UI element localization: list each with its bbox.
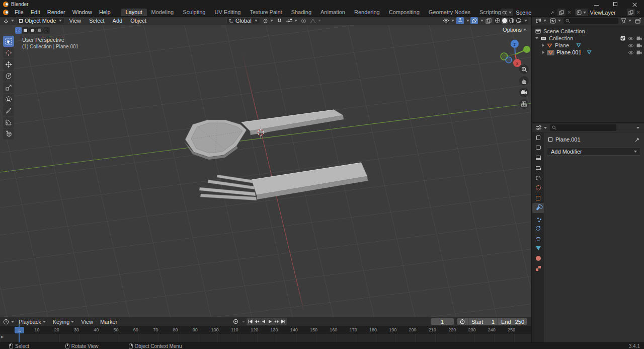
play-button[interactable] — [267, 318, 273, 325]
properties-tab-scene[interactable] — [532, 173, 544, 183]
tab-modeling[interactable]: Modeling — [147, 9, 179, 16]
outliner-editor-type-button[interactable] — [534, 17, 547, 24]
checkbox-icon[interactable] — [620, 36, 625, 41]
perspective-toggle-button[interactable] — [519, 99, 529, 109]
menu-window[interactable]: Window — [69, 9, 96, 15]
jump-to-start-button[interactable] — [247, 318, 254, 325]
outliner-search-input[interactable] — [564, 18, 618, 24]
jump-to-end-button[interactable] — [280, 318, 286, 325]
tool-scale[interactable] — [3, 82, 14, 93]
app-menu-button[interactable] — [3, 10, 9, 15]
scene-new-button[interactable] — [557, 9, 566, 16]
timeline-editor-type-button[interactable] — [2, 318, 15, 325]
new-collection-button[interactable] — [634, 17, 642, 24]
viewlayer-name-field[interactable]: ViewLayer — [588, 9, 627, 16]
shading-rendered-button[interactable] — [516, 18, 522, 24]
disable-in-renders-icon[interactable] — [636, 43, 642, 48]
menu-render[interactable]: Render — [44, 9, 69, 15]
pin-icon[interactable] — [550, 10, 555, 15]
outliner-filter-button[interactable] — [620, 17, 632, 24]
hide-in-viewport-icon[interactable] — [628, 36, 634, 41]
tool-cursor[interactable] — [3, 47, 14, 58]
tab-compositing[interactable]: Compositing — [384, 9, 424, 16]
select-subtract-button[interactable] — [29, 27, 36, 34]
prev-keyframe-button[interactable] — [254, 318, 260, 325]
select-set-button[interactable] — [15, 27, 22, 34]
properties-tab-modifiers[interactable] — [532, 203, 544, 213]
viewport-menu-view[interactable]: View — [65, 18, 85, 24]
tool-measure[interactable] — [3, 117, 14, 128]
next-keyframe-button[interactable] — [273, 318, 280, 325]
tool-move[interactable] — [3, 59, 14, 70]
spoon-object[interactable] — [184, 110, 344, 160]
visibility-dropdown[interactable] — [442, 17, 455, 24]
disable-in-renders-icon[interactable] — [636, 36, 642, 41]
viewport-menu-add[interactable]: Add — [109, 18, 126, 24]
proportional-editing-button[interactable] — [300, 17, 307, 24]
tool-rotate[interactable] — [3, 71, 14, 82]
tab-sculpting[interactable]: Sculpting — [178, 9, 210, 16]
outliner-row-collection[interactable]: Collection — [532, 35, 644, 42]
end-frame-field[interactable]: End250 — [498, 318, 527, 325]
properties-tab-material[interactable] — [532, 253, 544, 263]
select-invert-button[interactable] — [36, 27, 43, 34]
gizmo-z-neg-axis[interactable] — [506, 57, 512, 63]
camera-view-button[interactable] — [519, 88, 529, 97]
menu-help[interactable]: Help — [96, 9, 114, 15]
disable-in-renders-icon[interactable] — [636, 50, 642, 55]
xray-toggle-button[interactable] — [485, 17, 493, 24]
properties-tab-render[interactable] — [532, 143, 544, 153]
transform-pivot-button[interactable] — [262, 17, 274, 24]
viewport-menu-select[interactable]: Select — [86, 18, 108, 24]
properties-tab-texture[interactable] — [532, 263, 544, 273]
tab-geometry-nodes[interactable]: Geometry Nodes — [424, 9, 475, 16]
properties-tab-tool[interactable] — [532, 132, 544, 143]
properties-tab-output[interactable] — [532, 153, 544, 163]
properties-tab-view-layer[interactable] — [532, 163, 544, 173]
scene-name-field[interactable]: Scene — [513, 9, 557, 16]
menu-file[interactable]: File — [11, 9, 27, 15]
add-modifier-dropdown[interactable]: Add Modifier — [547, 148, 641, 156]
fork-object[interactable] — [199, 163, 368, 200]
tool-add-cube[interactable] — [3, 128, 14, 139]
3d-viewport[interactable]: Object Mode View Select Add Object Globa… — [0, 17, 531, 317]
hide-in-viewport-icon[interactable] — [628, 43, 634, 48]
proportional-falloff-button[interactable] — [309, 17, 322, 24]
gizmo-y-axis[interactable] — [523, 46, 530, 53]
properties-tab-particles[interactable] — [532, 213, 544, 223]
tool-transform[interactable] — [3, 94, 14, 105]
editor-type-button[interactable] — [2, 17, 15, 24]
properties-tab-object-data[interactable] — [532, 243, 544, 253]
snap-toggle-button[interactable] — [276, 17, 283, 24]
auto-keying-button[interactable] — [232, 318, 239, 325]
timeline-track[interactable] — [0, 334, 531, 342]
properties-tab-world[interactable] — [532, 183, 544, 193]
properties-options-dropdown[interactable] — [636, 127, 639, 129]
tool-select-box[interactable] — [3, 36, 14, 47]
playhead[interactable] — [19, 324, 20, 342]
pin-icon[interactable] — [634, 137, 640, 143]
shading-material-button[interactable] — [509, 18, 515, 24]
scene-browse-button[interactable] — [501, 9, 513, 16]
timeline-ruler[interactable]: 1 10203040506070809010011012013014015016… — [0, 326, 531, 334]
select-extend-button[interactable] — [22, 27, 29, 34]
properties-editor-type-button[interactable] — [535, 124, 548, 131]
outliner-row-scene-collection[interactable]: Scene Collection — [532, 28, 644, 35]
close-button[interactable] — [625, 0, 644, 8]
outliner-row-plane-001[interactable]: Plane.001 — [532, 49, 644, 56]
overlays-toggle-button[interactable] — [470, 17, 478, 24]
expand-arrow-icon[interactable] — [535, 37, 538, 39]
maximize-button[interactable] — [606, 0, 625, 8]
current-frame-field[interactable]: 1 — [431, 318, 454, 325]
gizmos-toggle-button[interactable] — [456, 17, 464, 24]
expand-arrow-icon[interactable] — [542, 51, 544, 54]
shading-wireframe-button[interactable] — [495, 18, 501, 24]
properties-search-input[interactable] — [550, 124, 616, 131]
select-intersect-button[interactable] — [43, 27, 50, 34]
tab-shading[interactable]: Shading — [287, 9, 316, 16]
menu-edit[interactable]: Edit — [27, 9, 44, 15]
tab-texture-paint[interactable]: Texture Paint — [245, 9, 286, 16]
hide-in-viewport-icon[interactable] — [628, 50, 634, 55]
properties-tab-constraints[interactable] — [532, 233, 544, 243]
tab-rendering[interactable]: Rendering — [350, 9, 384, 16]
